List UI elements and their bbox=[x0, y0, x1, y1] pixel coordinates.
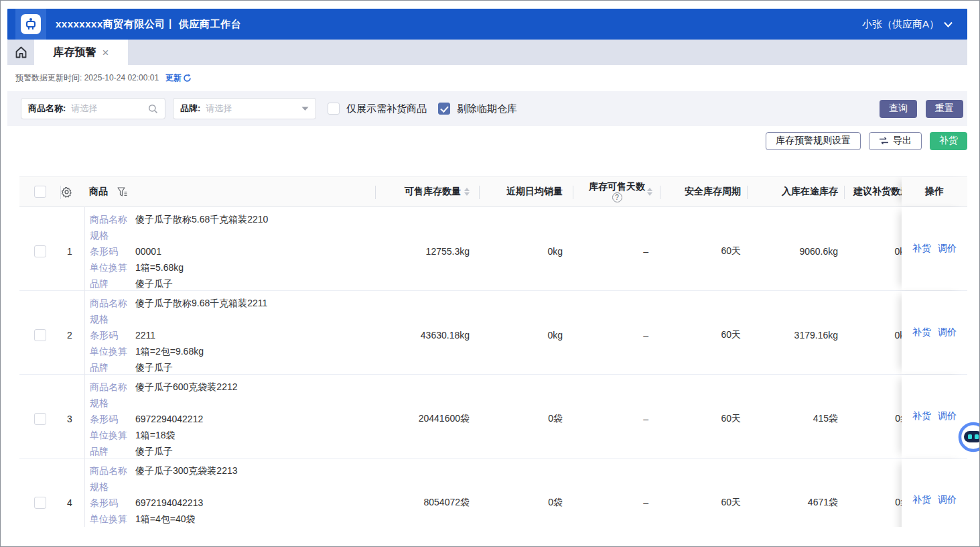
warning-rules-button[interactable]: 库存预警规则设置 bbox=[766, 132, 861, 150]
product-cell: 商品名称傻子瓜子300克袋装2213 规格 条形码6972194042213 单… bbox=[84, 459, 376, 527]
product-name-label: 商品名称: bbox=[28, 103, 66, 115]
product-name-key: 商品名称 bbox=[90, 211, 135, 227]
col-sellable-days: 库存可售天数 bbox=[589, 181, 645, 192]
row-checkbox[interactable] bbox=[34, 497, 46, 509]
toolbar: 库存预警规则设置 导出 补货 bbox=[7, 126, 967, 156]
spec-key: 规格 bbox=[90, 311, 135, 327]
row-index: 1 bbox=[61, 207, 84, 296]
export-button[interactable]: 导出 bbox=[869, 132, 922, 150]
col-actions: 操作 bbox=[902, 177, 967, 206]
tab-bar: 库存预警 × bbox=[7, 40, 967, 65]
only-replenish-label: 仅展示需补货商品 bbox=[346, 103, 427, 115]
chevron-down-icon bbox=[944, 21, 953, 27]
product-filter-icon[interactable] bbox=[117, 187, 128, 197]
column-settings-gear-icon[interactable] bbox=[61, 186, 72, 198]
table-row: 3 商品名称傻子瓜子600克袋装2212 规格 条形码6972294042212… bbox=[19, 375, 967, 459]
refresh-link[interactable]: 更新 bbox=[165, 72, 192, 84]
app-window: xxxxxxxx商贸有限公司丨 供应商工作台 小张（供应商A） 库存预警 × 预… bbox=[0, 0, 980, 547]
adjust-price-link[interactable]: 调价 bbox=[938, 326, 957, 339]
brand-key: 品牌 bbox=[90, 359, 135, 375]
row-index: 4 bbox=[61, 459, 84, 527]
replenish-link[interactable]: 补货 bbox=[912, 410, 931, 422]
company-logo-icon bbox=[21, 14, 41, 34]
brand-value: 傻子瓜子 bbox=[135, 359, 173, 375]
adjust-price-link[interactable]: 调价 bbox=[938, 494, 957, 506]
only-replenish-checkbox[interactable] bbox=[328, 103, 340, 115]
tab-inventory-warning[interactable]: 库存预警 × bbox=[34, 40, 128, 65]
barcode-value: 6972194042213 bbox=[135, 495, 203, 511]
brand-select[interactable]: 品牌: 请选择 bbox=[173, 98, 316, 119]
robot-icon bbox=[958, 422, 980, 452]
top-bar: xxxxxxxx商贸有限公司丨 供应商工作台 小张（供应商A） bbox=[7, 9, 967, 40]
row-index: 2 bbox=[61, 291, 84, 379]
daily-sales-value: 0kg bbox=[480, 207, 573, 296]
product-name-key: 商品名称 bbox=[90, 295, 135, 311]
product-name-value: 傻子瓜子600克袋装2212 bbox=[135, 379, 238, 395]
home-button[interactable] bbox=[7, 40, 34, 65]
select-all-checkbox[interactable] bbox=[34, 186, 46, 198]
barcode-value: 00001 bbox=[135, 243, 161, 259]
replenish-link[interactable]: 补货 bbox=[912, 326, 931, 339]
product-name-value: 傻子瓜子散称9.68千克箱装2211 bbox=[135, 295, 267, 311]
sellable-days-value: – bbox=[573, 291, 660, 379]
tab-label: 库存预警 bbox=[54, 46, 96, 60]
unit-value: 1箱=2包=9.68kg bbox=[135, 343, 204, 359]
row-actions: 补货 调价 bbox=[902, 207, 967, 290]
user-menu[interactable]: 小张（供应商A） bbox=[862, 18, 953, 31]
barcode-value: 6972294042212 bbox=[135, 411, 203, 427]
product-name-input[interactable]: 商品名称: 请选择 bbox=[21, 98, 165, 119]
adjust-price-link[interactable]: 调价 bbox=[938, 243, 957, 255]
reset-button[interactable]: 重置 bbox=[926, 100, 963, 118]
update-time-row: 预警数据更新时间: 2025-10-24 02:00:01 更新 bbox=[7, 65, 967, 91]
unit-key: 单位换算 bbox=[90, 511, 135, 527]
unit-key: 单位换算 bbox=[90, 259, 135, 276]
sellable-days-value: – bbox=[573, 375, 660, 463]
row-index: 3 bbox=[61, 375, 84, 463]
replenish-link[interactable]: 补货 bbox=[912, 494, 931, 506]
row-checkbox[interactable] bbox=[34, 329, 46, 341]
in-transit-value: 415袋 bbox=[748, 375, 845, 463]
col-product: 商品 bbox=[89, 186, 108, 198]
safety-cycle-value: 60天 bbox=[660, 375, 748, 463]
sellable-days-help-icon[interactable]: ? bbox=[612, 192, 622, 202]
product-cell: 商品名称傻子瓜子散称5.68千克箱装2210 规格 条形码00001 单位换算1… bbox=[84, 207, 376, 296]
adjust-price-link[interactable]: 调价 bbox=[938, 410, 957, 422]
ai-assistant-button[interactable] bbox=[958, 422, 980, 452]
exclude-expiring-checkbox[interactable] bbox=[438, 103, 450, 115]
filter-bar: 商品名称: 请选择 品牌: 请选择 仅展示需补货商品 剔除临期仓库 bbox=[7, 91, 967, 126]
barcode-key: 条形码 bbox=[90, 411, 135, 427]
search-button[interactable]: 查询 bbox=[880, 100, 917, 118]
home-icon bbox=[15, 46, 27, 58]
row-checkbox[interactable] bbox=[34, 245, 46, 257]
product-cell: 商品名称傻子瓜子散称9.68千克箱装2211 规格 条形码2211 单位换算1箱… bbox=[84, 291, 376, 379]
sellable-days-value: – bbox=[573, 459, 660, 527]
tab-close-icon[interactable]: × bbox=[102, 47, 109, 58]
only-replenish-filter: 仅展示需补货商品 bbox=[328, 103, 427, 115]
sort-sellable-stock[interactable] bbox=[464, 188, 470, 196]
product-name-value: 傻子瓜子散称5.68千克箱装2210 bbox=[135, 211, 268, 227]
row-checkbox[interactable] bbox=[34, 413, 46, 425]
select-caret-icon bbox=[301, 107, 309, 111]
replenish-button[interactable]: 补货 bbox=[930, 132, 967, 150]
product-name-value: 傻子瓜子300克袋装2213 bbox=[135, 463, 238, 479]
row-actions: 补货 调价 bbox=[902, 291, 967, 374]
in-transit-value: 3179.16kg bbox=[748, 291, 845, 379]
user-name: 小张（供应商A） bbox=[862, 18, 939, 31]
barcode-key: 条形码 bbox=[90, 243, 135, 259]
app-title: xxxxxxxx商贸有限公司丨 供应商工作台 bbox=[56, 18, 241, 31]
sort-sellable-days[interactable] bbox=[647, 188, 652, 196]
safety-cycle-value: 60天 bbox=[660, 207, 748, 296]
inventory-table: 商品 可售库存数量 近期日均销量 bbox=[19, 176, 967, 527]
unit-value: 1箱=5.68kg bbox=[135, 259, 184, 276]
brand-label: 品牌: bbox=[180, 103, 200, 115]
col-safety-cycle: 安全库存周期 bbox=[685, 186, 741, 198]
daily-sales-value: 0袋 bbox=[480, 375, 573, 463]
product-name-placeholder: 请选择 bbox=[71, 103, 148, 115]
unit-value: 1箱=18袋 bbox=[135, 427, 176, 443]
safety-cycle-value: 60天 bbox=[660, 459, 748, 527]
replenish-link[interactable]: 补货 bbox=[912, 243, 931, 255]
spec-key: 规格 bbox=[90, 227, 135, 243]
sellable-stock-value: 8054072袋 bbox=[376, 459, 480, 527]
barcode-value: 2211 bbox=[135, 327, 155, 343]
exclude-expiring-label: 剔除临期仓库 bbox=[457, 103, 517, 115]
